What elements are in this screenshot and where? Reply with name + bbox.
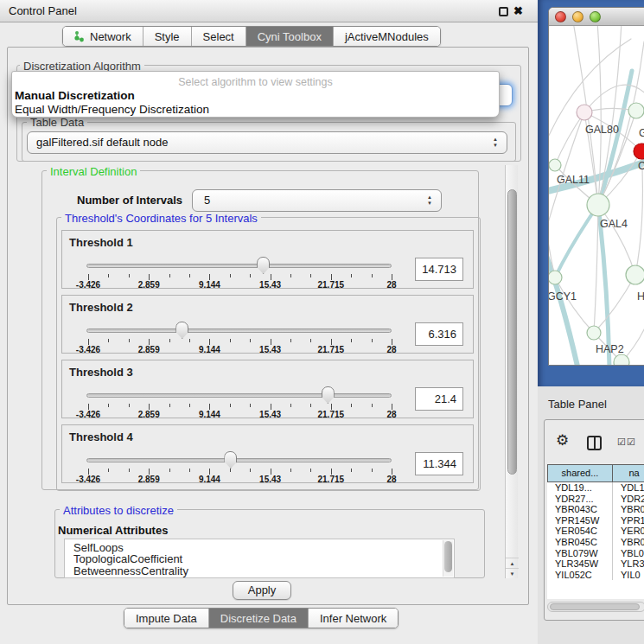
scroll-down-arrow-icon[interactable]: ▼ <box>506 568 519 578</box>
settings-vertical-scrollbar[interactable]: ▲ ▼ <box>505 165 518 578</box>
table-row[interactable]: YBL079WYBL0 <box>547 548 644 559</box>
network-node-gal80[interactable] <box>577 105 592 120</box>
column-layout-icon[interactable] <box>587 436 602 450</box>
network-node-gcy1[interactable] <box>549 271 562 284</box>
threshold-value-field[interactable]: 11.344 <box>415 452 463 475</box>
node-label: GA <box>639 127 644 139</box>
list-scrollbar-thumb[interactable] <box>444 541 452 572</box>
table-row[interactable]: YER054CYER0 <box>547 526 644 537</box>
checked-checkbox-icons[interactable]: ☑☑ <box>617 437 636 448</box>
table-row[interactable]: YPR145WYPR1 <box>547 515 644 526</box>
table-row[interactable]: YDR27...YDR2 <box>547 494 644 505</box>
network-graph[interactable]: GAL80GACGAL11GAL4GCY1HHAP2 <box>549 26 644 366</box>
table-data-combobox[interactable]: galFiltered.sif default node ▲ ▼ <box>27 131 507 154</box>
table-row[interactable]: YLR345WYLR3 <box>547 558 644 570</box>
apply-button[interactable]: Apply <box>233 581 291 600</box>
numerical-attributes-list[interactable]: SelfLoopsTopologicalCoefficientBetweenne… <box>64 539 455 578</box>
threshold-label: Threshold 2 <box>69 301 133 314</box>
algorithm-dropdown-popup: Select algorithm to view settings Manual… <box>11 71 500 118</box>
float-window-icon[interactable] <box>499 7 508 16</box>
tick-mark <box>108 469 109 472</box>
tab-select[interactable]: Select <box>192 27 246 46</box>
tab-jactivemnodules[interactable]: jActiveMNodules <box>334 27 440 46</box>
cell-shared-name: YER054C <box>547 526 613 537</box>
arrow-up-icon: ▲ <box>427 194 432 200</box>
numerical-attributes-label: Numerical Attributes <box>58 524 168 537</box>
table-header-row: shared...na <box>547 464 644 482</box>
threshold-value-field[interactable]: 21.4 <box>415 387 463 411</box>
tick-mark <box>129 339 130 342</box>
tick-mark <box>149 469 150 475</box>
slider-thumb[interactable] <box>175 322 188 339</box>
column-header-1[interactable]: shared... <box>547 464 613 482</box>
slider-track[interactable] <box>86 393 392 398</box>
settings-gear-icon[interactable]: ⚙ <box>556 433 569 449</box>
close-icon[interactable]: ✖ <box>513 3 523 19</box>
tab-discretize-data[interactable]: Discretize Data <box>209 609 309 628</box>
table-hscrollbar-thumb[interactable] <box>550 603 640 610</box>
list-item-selfloops[interactable]: SelfLoops <box>65 542 454 553</box>
tick-mark <box>310 404 311 407</box>
cell-name: YDR2 <box>613 494 644 505</box>
table-horizontal-scrollbar[interactable] <box>547 602 644 612</box>
mac-zoom-light-icon[interactable] <box>590 11 601 22</box>
table-row[interactable]: YDL19...YDL1 <box>547 482 644 494</box>
tick-mark <box>149 274 150 280</box>
network-node-c[interactable] <box>634 143 644 159</box>
tick-mark <box>290 469 291 472</box>
list-scrollbar[interactable] <box>443 540 453 577</box>
combo-stepper-icon[interactable]: ▲ ▼ <box>491 137 500 149</box>
tab-cyni-toolbox[interactable]: Cyni Toolbox <box>246 27 334 46</box>
table-row[interactable]: YBR043CYBR0 <box>547 504 644 515</box>
network-node-ga[interactable] <box>628 103 644 118</box>
top-tab-bar: NetworkStyleSelectCyni ToolboxjActiveMNo… <box>62 26 441 47</box>
cell-name: YBL0 <box>613 548 644 559</box>
list-item-betweennesscentrality[interactable]: BetweennessCentrality <box>65 565 454 577</box>
network-node-hap2[interactable] <box>587 326 601 340</box>
column-header-2[interactable]: na <box>613 464 644 482</box>
algorithm-option-equal-width-frequency-discretization[interactable]: Equal Width/Frequency Discretization <box>15 103 209 116</box>
table-panel-section: Table Panel ⚙ ☑☑ shared...na YDL19...YDL… <box>538 386 644 644</box>
node-label: H <box>637 290 644 303</box>
network-edge <box>594 205 598 333</box>
tab-impute-data[interactable]: Impute Data <box>124 609 209 628</box>
slider-track[interactable] <box>86 458 392 462</box>
tick-mark <box>88 274 89 280</box>
slider-thumb[interactable] <box>322 386 335 404</box>
slider-thumb[interactable] <box>224 451 237 469</box>
scroll-up-arrow-icon[interactable]: ▲ <box>506 558 519 568</box>
tick-mark <box>88 339 89 345</box>
settings-scrollbar-thumb[interactable] <box>507 189 517 475</box>
tick-label: 15.43 <box>243 475 298 484</box>
content-frame: Discretization Algorithm Table Data galF… <box>7 47 529 605</box>
slider-track[interactable] <box>86 264 392 268</box>
table-row[interactable]: YBR045CYBR0 <box>547 537 644 548</box>
tick-mark <box>189 469 190 472</box>
network-node[interactable] <box>614 354 629 366</box>
slider-thumb[interactable] <box>257 257 270 274</box>
list-item-topologicalcoefficient[interactable]: TopologicalCoefficient <box>65 553 454 564</box>
tab-network[interactable]: Network <box>63 27 143 46</box>
network-node-gal4[interactable] <box>587 194 609 216</box>
network-canvas[interactable]: GAL80GACGAL11GAL4GCY1HHAP2 <box>549 26 644 366</box>
column-divider <box>594 437 596 449</box>
tick-mark <box>129 469 130 472</box>
network-node-h[interactable] <box>626 265 644 284</box>
network-node-gal11[interactable] <box>549 159 561 171</box>
spinner-stepper-icon[interactable]: ▲ ▼ <box>425 194 434 207</box>
tab-style[interactable]: Style <box>143 27 192 46</box>
mac-close-light-icon[interactable] <box>555 11 566 22</box>
tick-label: 21.715 <box>303 475 359 484</box>
mac-minimize-light-icon[interactable] <box>572 11 583 22</box>
threshold-value-field[interactable]: 14.713 <box>415 258 463 281</box>
tab-infer-network[interactable]: Infer Network <box>309 609 398 628</box>
attribute-items: SelfLoopsTopologicalCoefficientBetweenne… <box>65 539 454 577</box>
slider-track[interactable] <box>86 328 392 333</box>
cell-name: YDL1 <box>613 482 644 494</box>
algorithm-prompt-option[interactable]: Select algorithm to view settings <box>12 76 499 88</box>
threshold-box-2: Threshold 2-3.4262.8599.14415.4321.71528… <box>61 295 474 354</box>
table-row[interactable]: YIL052CYIL0 <box>547 570 644 581</box>
number-of-intervals-spinner[interactable]: 5 ▲ ▼ <box>192 189 442 212</box>
algorithm-option-manual-discretization[interactable]: Manual Discretization <box>15 89 135 102</box>
threshold-value-field[interactable]: 6.316 <box>415 322 463 346</box>
